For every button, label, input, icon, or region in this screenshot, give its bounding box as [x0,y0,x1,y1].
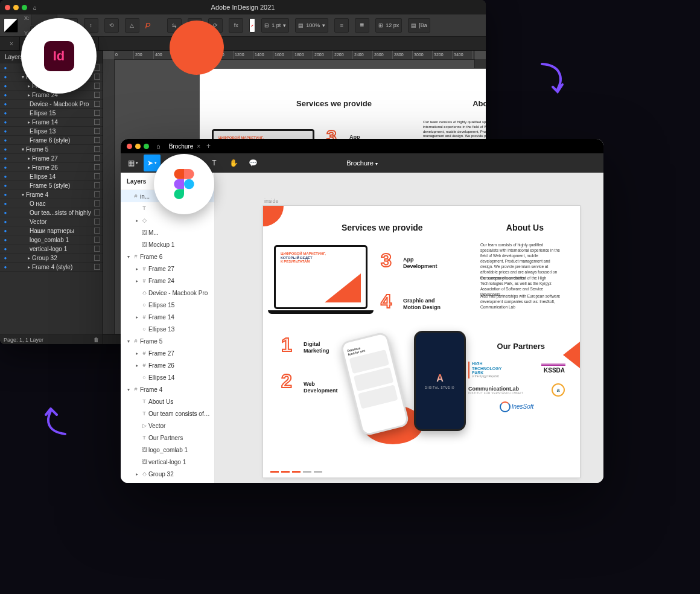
layer-row[interactable]: 🖼vertical-logo 1 [121,456,214,468]
close-tab-icon[interactable]: × [197,143,200,150]
maximize-icon[interactable] [144,144,149,149]
select-box[interactable] [94,237,100,243]
visibility-icon[interactable]: ● [2,156,8,161]
tool-icon[interactable]: ⟲ [104,18,119,33]
layer-row[interactable]: TAbout Us [121,395,214,407]
layer-row[interactable]: ○Ellipse 13 [121,323,214,335]
visibility-icon[interactable]: ● [2,183,8,188]
twisty-icon[interactable]: ▾ [22,147,24,152]
select-box[interactable] [94,209,100,216]
figma-canvas[interactable]: inside Services we provide About Us Our … [215,173,603,483]
select-box[interactable] [94,83,100,89]
figma-titlebar[interactable]: ⌂ Brochure× + [121,139,603,153]
layer-row[interactable]: ●▸Frame 14 [0,118,103,127]
select-box[interactable] [94,164,100,170]
hand-tool[interactable]: ✋ [225,155,242,171]
layer-row[interactable]: ▸#Frame 24 [121,275,214,287]
visibility-icon[interactable]: ● [2,201,8,206]
visibility-icon[interactable]: ● [2,192,8,197]
select-box[interactable] [94,182,100,188]
stroke-weight-field[interactable]: ⊟1 pt▾ [261,18,289,33]
select-box[interactable] [94,228,100,234]
twisty-icon[interactable]: ▸ [134,363,140,368]
layer-row[interactable]: ▾#Frame 6 [121,251,214,263]
indesign-titlebar[interactable]: ⌂ Adobe InDesign 2021 [0,0,486,14]
twisty-icon[interactable]: ▸ [28,92,30,98]
layer-row[interactable]: ▷Vector [121,420,214,432]
select-box[interactable] [94,255,100,261]
twisty-icon[interactable]: ▸ [134,218,140,223]
layer-row[interactable]: ●▸Frame 26 [0,163,103,172]
visibility-icon[interactable]: ● [2,83,8,89]
brochure-frame[interactable]: Services we provide About Us Our team co… [263,206,580,477]
layer-row[interactable]: ▾#Frame 4 [121,383,214,395]
layer-row[interactable]: ●▾Frame 4 [0,190,103,199]
select-box[interactable] [94,173,100,179]
layer-row[interactable]: ▸#Frame 26 [121,359,214,371]
comment-tool[interactable]: 💬 [244,155,261,171]
visibility-icon[interactable]: ● [2,147,8,152]
layer-row[interactable]: ●Ellipse 14 [0,172,103,181]
tool-icon[interactable]: △ [125,18,139,33]
visibility-icon[interactable]: ● [2,210,8,216]
select-box[interactable] [94,264,100,270]
minimize-icon[interactable] [135,144,141,149]
twisty-icon[interactable]: ▾ [22,74,24,80]
file-tab[interactable]: Brochure× [169,143,200,150]
style-dropdown[interactable]: ▤[Ba [408,18,430,33]
select-box[interactable] [94,101,100,107]
layer-row[interactable]: ●▸Frame 27 [0,154,103,163]
select-box[interactable] [94,110,100,116]
twisty-icon[interactable]: ▸ [134,351,140,356]
twisty-icon[interactable]: ▸ [134,278,140,284]
layer-row[interactable]: ▸#Frame 27 [121,263,214,275]
visibility-icon[interactable]: ● [2,264,8,270]
home-icon[interactable]: ⌂ [156,142,161,150]
twisty-icon[interactable]: ▸ [134,266,140,272]
twisty-icon[interactable]: ▸ [28,120,30,125]
twisty-icon[interactable]: ▸ [28,264,30,270]
layer-row[interactable]: ○Ellipse 14 [121,371,214,383]
select-box[interactable] [94,191,100,197]
visibility-icon[interactable]: ● [2,219,8,225]
layer-row[interactable]: ●Device - Macbook Pro [0,100,103,109]
visibility-icon[interactable]: ● [2,101,8,107]
layer-row[interactable]: 🖼logo_comlab 1 [121,444,214,456]
visibility-icon[interactable]: ● [2,255,8,261]
select-box[interactable] [94,128,100,134]
none-swatch-icon[interactable] [249,18,255,33]
align-icon[interactable]: ≣ [355,18,369,33]
paragraph-icon[interactable]: P [145,21,151,30]
visibility-icon[interactable]: ● [2,237,8,243]
opacity-field[interactable]: ▤100%▾ [295,18,328,33]
layer-row[interactable]: ●О нас [0,199,103,208]
layer-row[interactable]: ▸#Frame 27 [121,347,214,359]
delete-icon[interactable]: 🗑 [94,337,99,343]
layer-row[interactable]: 🖼Mockup 1 [121,238,214,251]
ruler-horizontal[interactable]: 0200400600800100012001400160018002000220… [114,51,475,60]
select-box[interactable] [94,137,100,143]
effects-icon[interactable]: fx [229,18,243,33]
layer-row[interactable]: ●▸Frame 4 (style) [0,263,103,272]
visibility-icon[interactable]: ● [2,228,8,234]
layer-row[interactable]: ◇Device - Macbook Pro [121,287,214,299]
select-box[interactable] [94,246,100,252]
twisty-icon[interactable]: ▸ [28,165,30,170]
twisty-icon[interactable]: ▸ [134,315,140,320]
select-box[interactable] [94,200,100,206]
visibility-icon[interactable]: ● [2,129,8,134]
layer-row[interactable]: ○Ellipse 15 [121,299,214,311]
twisty-icon[interactable]: ▾ [126,254,132,260]
layer-row[interactable]: ●vertical-logo 1 [0,244,103,254]
layer-row[interactable]: ▸◇Group 32 [121,468,214,480]
twisty-icon[interactable]: ▾ [126,387,132,392]
align-icon[interactable]: ≡ [334,18,349,33]
layer-row[interactable]: ●▸Group 32 [0,254,103,263]
layer-row[interactable]: ▸#Frame 14 [121,311,214,323]
twisty-icon[interactable]: ▸ [28,156,30,161]
window-controls[interactable] [127,144,149,149]
select-box[interactable] [94,92,100,98]
layer-row[interactable]: 🖼M... [121,226,214,238]
layer-row[interactable]: ▾#Frame 5 [121,335,214,347]
visibility-icon[interactable]: ● [2,165,8,170]
